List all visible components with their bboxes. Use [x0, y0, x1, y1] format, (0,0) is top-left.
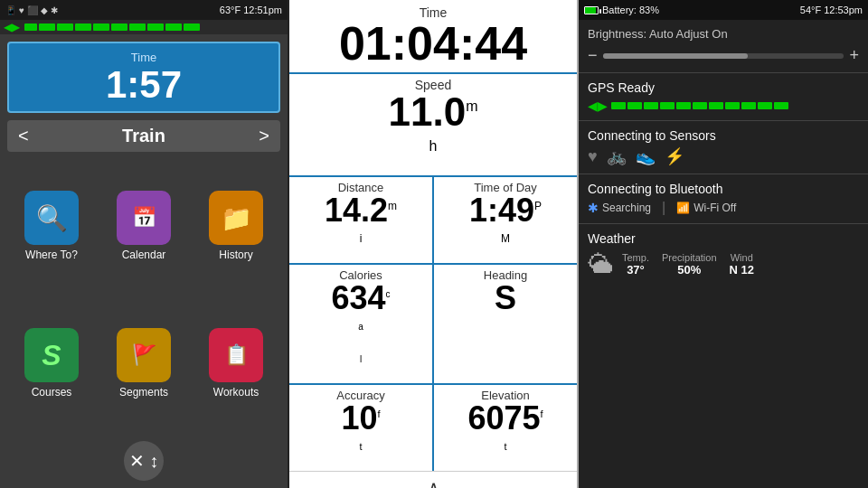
gps2-seg-2	[627, 102, 642, 109]
wifi-off-label: Wi-Fi Off	[693, 202, 736, 214]
weather-cloud-icon: 🌥	[588, 249, 613, 279]
bt-divider: |	[662, 200, 665, 216]
bt-icon2: ✱	[51, 5, 58, 15]
app-grid: 🔍 Where To? 📅 Calendar 📁 History S Cours…	[0, 152, 288, 437]
weather-wind-value: N 12	[730, 263, 754, 277]
app-history[interactable]: 📁 History	[192, 159, 280, 293]
bluetooth-search-icon: ✱	[588, 201, 599, 215]
accuracy-value: 10ft	[297, 402, 425, 467]
panel-3: Battery: 83% 54°F 12:53pm Brightness: Au…	[579, 0, 868, 488]
power-sensor-icon: ⚡	[665, 146, 684, 166]
weather-section: Weather 🌥 Temp. 37° Precipitation 50% Wi…	[579, 224, 868, 286]
weather-temp-label: Temp.	[622, 252, 649, 263]
nav-train-label: Train	[122, 126, 165, 146]
sensors-label: Connecting to Sensors	[588, 128, 859, 143]
wifi-off-icon: 📶	[676, 202, 690, 214]
heart-icon: ♥	[19, 5, 24, 15]
calendar-icon: 📅	[117, 191, 171, 245]
metric-elevation: Elevation 6075ft	[433, 385, 577, 471]
weather-precip-label: Precipitation	[662, 252, 717, 263]
brightness-minus-button[interactable]: −	[588, 46, 598, 65]
tools-button[interactable]: ✕ ↕	[124, 441, 164, 481]
gps-seg-6	[111, 23, 127, 31]
gps-ready-label: GPS Ready	[588, 80, 859, 95]
wrench-icon: ✕ ↕	[129, 450, 159, 472]
history-label: History	[219, 249, 252, 261]
status-time: 12:51pm	[243, 5, 282, 15]
weather-wind-label: Wind	[730, 252, 754, 263]
heart-sensor-icon: ♥	[588, 147, 598, 166]
signal-icon: ◆	[41, 5, 48, 15]
status-bar-3: Battery: 83% 54°F 12:53pm	[579, 0, 868, 20]
weather-precip-value: 50%	[662, 263, 717, 277]
gps2-seg-5	[676, 102, 691, 109]
gps-section: GPS Ready ◀▶	[579, 73, 868, 121]
app-where-to[interactable]: 🔍 Where To?	[7, 159, 96, 293]
panel3-time: 12:53pm	[824, 5, 863, 15]
brightness-fill	[603, 53, 748, 59]
gps2-seg-11	[774, 102, 788, 109]
app-segments[interactable]: 🚩 Segments	[99, 296, 188, 430]
nav-left-arrow[interactable]: <	[18, 126, 29, 146]
courses-icon: S	[24, 328, 79, 382]
battery-fill	[585, 7, 596, 14]
panel2-footer[interactable]: ∧	[289, 471, 577, 488]
where-to-icon: 🔍	[24, 191, 79, 245]
gps-seg-5	[93, 23, 109, 31]
app-workouts[interactable]: 📋 Workouts	[192, 296, 280, 430]
wifi-off: 📶 Wi-Fi Off	[676, 202, 736, 214]
workouts-label: Workouts	[213, 386, 259, 399]
history-icon: 📁	[209, 191, 263, 245]
gps-seg-2	[39, 23, 55, 31]
chevron-up-icon[interactable]: ∧	[428, 477, 439, 488]
distance-value: 14.2mi	[297, 194, 425, 259]
bluetooth-row: ✱ Searching | 📶 Wi-Fi Off	[588, 200, 859, 216]
segments-icon: 🚩	[117, 328, 171, 382]
time-header-value: 01:04:44	[295, 20, 571, 67]
battery-text: Battery: 83%	[602, 5, 659, 15]
panel3-temp: 54°F	[800, 5, 821, 15]
heading-value: S	[441, 282, 570, 314]
bluetooth-icon: ⬛	[27, 5, 38, 15]
weather-wind: Wind N 12	[730, 252, 754, 277]
metric-heading: Heading S	[433, 265, 577, 385]
metric-accuracy: Accuracy 10ft	[289, 385, 433, 471]
elevation-value: 6075ft	[441, 402, 570, 467]
status-temp-time: 63°F 12:51pm	[220, 5, 282, 15]
metric-time-of-day: Time of Day 1:49PM	[433, 177, 577, 265]
brightness-controls: − +	[588, 46, 859, 65]
time-display: Time 1:57	[7, 42, 280, 113]
weather-row: 🌥 Temp. 37° Precipitation 50% Wind N 12	[588, 249, 859, 279]
gps-seg-9	[165, 23, 182, 31]
time-value: 1:57	[16, 66, 271, 104]
bt-searching: ✱ Searching	[588, 201, 651, 215]
gps-bar-2: ◀▶	[588, 99, 859, 113]
gps2-seg-9	[741, 102, 756, 109]
brightness-bar	[603, 53, 844, 59]
panel-1: 📱 ♥ ⬛ ◆ ✱ 63°F 12:51pm ◀▶ Time 1:5	[0, 0, 289, 488]
time-label: Time	[16, 51, 271, 64]
sensor-icons-row: ♥ 🚲 👟 ⚡	[588, 146, 859, 166]
time-of-day-value: 1:49PM	[441, 194, 570, 259]
bluetooth-label: Connecting to Bluetooth	[588, 182, 859, 196]
train-nav[interactable]: < Train >	[7, 120, 280, 152]
gps-seg-10	[184, 23, 200, 31]
metric-speed: Speed 11.0mh	[289, 74, 577, 177]
gps-seg-7	[129, 23, 146, 31]
tools-row: ✕ ↕	[0, 437, 288, 488]
gps-arrow-icon: ◀▶	[4, 21, 20, 33]
status-temp: 63°F	[220, 5, 241, 15]
brightness-plus-button[interactable]: +	[849, 46, 859, 65]
gps-seg-3	[57, 23, 73, 31]
calendar-label: Calendar	[122, 249, 166, 261]
nav-right-arrow[interactable]: >	[259, 126, 269, 146]
bt-searching-label: Searching	[602, 202, 651, 214]
app-calendar[interactable]: 📅 Calendar	[99, 159, 188, 293]
brightness-title: Brightness: Auto Adjust On	[588, 27, 859, 41]
battery-info: Battery: 83%	[584, 5, 659, 15]
speed-value: 11.0mh	[293, 92, 573, 172]
status-icons: 📱 ♥ ⬛ ◆ ✱	[5, 5, 58, 15]
gps2-seg-6	[693, 102, 707, 109]
metric-grid: Distance 14.2mi Time of Day 1:49PM Calor…	[289, 177, 577, 471]
app-courses[interactable]: S Courses	[7, 296, 96, 430]
